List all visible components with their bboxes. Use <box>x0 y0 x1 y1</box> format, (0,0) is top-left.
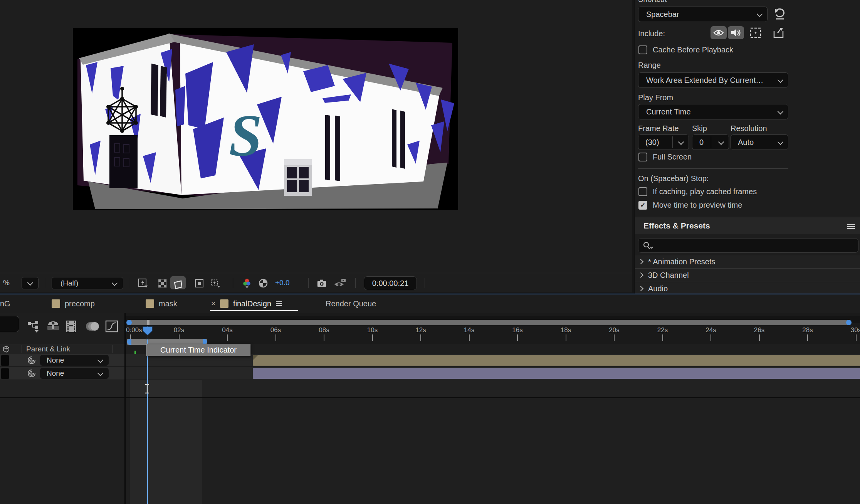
play-from-dropdown[interactable]: Current Time <box>638 104 788 119</box>
play-from-label: Play From <box>638 93 673 102</box>
share-preview-button[interactable] <box>773 27 785 39</box>
timecode-value: 0:00:00:21 <box>372 279 409 288</box>
ruler-label: 10s <box>367 326 378 334</box>
right-door <box>284 159 312 196</box>
work-area-shading <box>130 380 202 397</box>
ruler-label: 16s <box>512 326 522 334</box>
chevron-right-icon[interactable] <box>638 286 643 291</box>
exposure-icon[interactable] <box>258 278 268 288</box>
composition-viewport[interactable]: S <box>73 28 458 210</box>
parent-link-header: Parent & Link <box>26 345 70 353</box>
ruler-label: 30s <box>851 326 860 334</box>
ruler-label: 14s <box>464 326 474 334</box>
layer-row-2-controls[interactable]: None <box>0 367 124 380</box>
pickwhip-icon[interactable] <box>27 356 36 365</box>
ruler-tick <box>711 334 711 341</box>
mask-visibility-icon[interactable] <box>173 280 183 290</box>
parent-link-dropdown[interactable]: None <box>40 355 109 366</box>
motion-blur-icon[interactable] <box>85 320 100 333</box>
layer-bar-2[interactable] <box>253 368 860 379</box>
effects-category-row[interactable]: 3D Channel <box>635 268 860 282</box>
show-snapshot-icon[interactable] <box>334 278 347 288</box>
if-caching-row[interactable]: If caching, play cached frames <box>638 187 757 196</box>
move-time-row[interactable]: ✓ Move time to preview time <box>638 201 742 210</box>
tab-partial[interactable]: nG <box>0 294 10 313</box>
transparency-grid-icon[interactable] <box>157 278 167 288</box>
chevron-right-icon[interactable] <box>638 272 643 278</box>
if-caching-checkbox[interactable] <box>638 187 647 196</box>
frame-rate-value: (30) <box>645 138 659 147</box>
layer-bar-1[interactable] <box>253 355 860 366</box>
shortcut-dropdown[interactable]: Spacebar <box>638 7 768 22</box>
ruler-tick <box>517 334 518 341</box>
effects-search-input[interactable] <box>638 238 858 253</box>
ruler-label: 0:00s <box>126 326 142 334</box>
exposure-value[interactable]: +0.0 <box>275 273 290 292</box>
column-header-row: Parent & Link <box>0 344 124 354</box>
tab-menu-icon[interactable] <box>276 300 282 307</box>
frame-rate-dropdown[interactable]: (30) <box>638 134 689 150</box>
play-from-value: Current Time <box>646 108 691 116</box>
ruler-tick <box>807 334 808 341</box>
if-caching-label: If caching, play cached frames <box>653 187 757 196</box>
cti-tooltip: Current Time Indicator <box>146 344 250 356</box>
full-screen-row[interactable]: Full Screen <box>638 153 692 161</box>
panel-menu-icon[interactable] <box>847 223 855 230</box>
ibeam-cursor <box>144 384 150 394</box>
reset-icon[interactable] <box>774 8 785 20</box>
layer-color-swatch[interactable] <box>1 355 9 366</box>
effects-category-row[interactable]: * Animation Presets <box>635 255 860 268</box>
parent-link-dropdown[interactable]: None <box>40 368 109 379</box>
cache-before-playback-row[interactable]: Cache Before Playback <box>638 45 733 54</box>
ruler-label: 04s <box>222 326 232 334</box>
skip-dropdown[interactable]: 0 <box>692 134 729 150</box>
graph-editor-icon[interactable] <box>105 320 119 333</box>
guides-options-icon[interactable] <box>210 278 220 288</box>
preview-resolution-dropdown[interactable]: Auto <box>731 134 788 150</box>
include-audio-button[interactable] <box>728 26 744 39</box>
time-ruler[interactable]: 0:00s02s04s06s08s10s12s14s16s18s20s22s24… <box>126 313 860 344</box>
current-time-field[interactable] <box>0 316 19 332</box>
effects-category-row[interactable]: Audio <box>635 282 860 294</box>
frame-blending-icon[interactable] <box>65 320 78 333</box>
layer-row-1-controls[interactable]: None <box>0 354 124 367</box>
move-time-checkbox[interactable]: ✓ <box>638 201 647 210</box>
magnification-value[interactable]: % <box>3 273 10 292</box>
resolution-dropdown[interactable]: (Half) <box>52 277 123 289</box>
include-video-button[interactable] <box>711 26 727 39</box>
pickwhip-icon[interactable] <box>27 369 36 378</box>
magnification-dropdown[interactable] <box>22 277 39 289</box>
work-area-start-handle[interactable] <box>127 339 131 345</box>
fast-preview-icon[interactable] <box>138 278 148 288</box>
tab-render-queue[interactable]: Render Queue <box>326 294 376 313</box>
rgb-channels-icon[interactable] <box>242 278 252 288</box>
layer-row-2-track[interactable] <box>126 367 860 380</box>
flowchart-icon[interactable] <box>27 320 41 333</box>
resolution-label: Resolution <box>731 124 767 133</box>
chevron-right-icon[interactable] <box>638 259 643 264</box>
close-icon[interactable]: × <box>211 299 215 308</box>
include-overlays-button[interactable] <box>749 27 762 39</box>
ruler-label: 02s <box>174 326 184 334</box>
timecode-display[interactable]: 0:00:00:21 <box>364 276 417 290</box>
ruler-label: 28s <box>802 326 813 334</box>
draft-3d-icon[interactable] <box>46 320 60 332</box>
column-divider[interactable] <box>124 313 126 504</box>
tab-precomp[interactable]: precomp <box>52 294 95 313</box>
effects-category-label: 3D Channel <box>648 271 689 280</box>
snapshot-camera-icon[interactable] <box>317 278 327 288</box>
cache-before-playback-checkbox[interactable] <box>638 45 647 54</box>
ruler-tick <box>759 334 760 341</box>
tab-mask-label: mask <box>159 299 177 308</box>
tab-mask[interactable]: mask <box>146 294 177 313</box>
region-of-interest-icon[interactable] <box>194 278 204 288</box>
active-tab-underline <box>210 310 298 311</box>
layer-color-swatch[interactable] <box>1 368 9 379</box>
range-dropdown[interactable]: Work Area Extended By Current… <box>638 72 788 88</box>
ruler-label: 08s <box>319 326 329 334</box>
effects-presets-header[interactable]: Effects & Presets <box>635 217 860 234</box>
comp-icon <box>52 299 60 308</box>
timeline-tab-bar: nG precomp mask × finalDesign Render Que… <box>0 294 860 313</box>
current-time-indicator[interactable] <box>142 326 153 340</box>
full-screen-checkbox[interactable] <box>638 153 647 161</box>
